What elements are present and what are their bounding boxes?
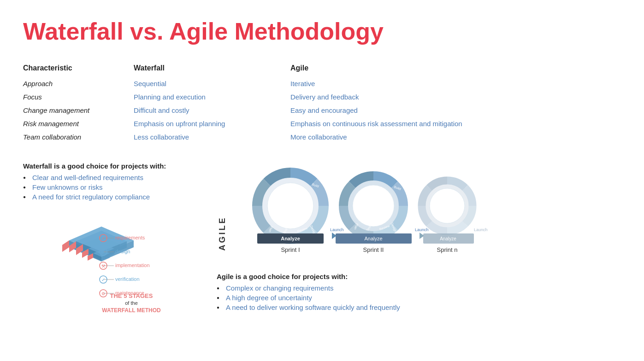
table-cell-waterfall: Less collaborative (134, 130, 290, 144)
svg-point-49 (353, 185, 394, 227)
svg-marker-3 (62, 240, 69, 252)
waterfall-bullet-item: Few unknowns or risks (23, 183, 198, 191)
table-cell-waterfall: Difficult and costly (134, 104, 290, 117)
svg-text:Analyze: Analyze (364, 236, 382, 241)
table-cell-characteristic: Change management (23, 104, 134, 117)
comparison-table: Characteristic Waterfall Agile ApproachS… (23, 61, 621, 144)
agile-svg: AGILE (217, 162, 502, 263)
svg-marker-63 (411, 233, 424, 239)
svg-point-57 (430, 188, 465, 223)
table-cell-agile: More collaborative (290, 130, 621, 144)
waterfall-bullet-item: Clear and well-defined requirements (23, 174, 198, 181)
agile-good-choice-title: Agile is a good choice for projects with… (217, 273, 621, 280)
table-cell-agile: Easy and encouraged (290, 104, 621, 117)
col-header-characteristic: Characteristic (23, 61, 134, 77)
table-cell-characteristic: Focus (23, 90, 134, 104)
page-title: Waterfall vs. Agile Methodology (23, 18, 621, 45)
step-label-verification: verification (115, 276, 140, 282)
table-cell-waterfall: Planning and execution (134, 90, 290, 104)
svg-text:Sprint II: Sprint II (363, 246, 384, 253)
col-header-waterfall: Waterfall (134, 61, 290, 77)
agile-panel: AGILE (217, 162, 621, 319)
table-cell-agile: Emphasis on continuous risk assessment a… (290, 117, 621, 130)
waterfall-diagram: requirements design implementation verif… (23, 208, 198, 319)
table-cell-waterfall: Sequential (134, 77, 290, 90)
table-cell-agile: Iterative (290, 77, 621, 90)
waterfall-panel: Waterfall is a good choice for projects … (23, 162, 198, 319)
step-label-design: design (115, 249, 130, 254)
agile-bullet-item: Complex or changing requirements (217, 284, 621, 292)
waterfall-bullet-item: A need for strict regulatory compliance (23, 193, 198, 201)
svg-text:of the: of the (125, 300, 138, 306)
svg-point-41 (267, 183, 313, 229)
svg-text:Sprint I: Sprint I (281, 246, 300, 253)
step-label-requirements: requirements (115, 235, 145, 240)
svg-text:THE 5 STAGES: THE 5 STAGES (110, 292, 153, 299)
svg-text:Launch: Launch (330, 227, 344, 232)
staircase-svg: requirements design implementation verif… (23, 208, 198, 319)
bottom-section: Waterfall is a good choice for projects … (23, 162, 621, 319)
svg-text:Sprint n: Sprint n (437, 246, 458, 253)
table-cell-characteristic: Approach (23, 77, 134, 90)
agile-diagram: AGILE (217, 162, 621, 263)
svg-text:⚙: ⚙ (101, 291, 105, 296)
svg-text:✓: ✓ (101, 236, 105, 241)
table-cell-characteristic: Team collaboration (23, 130, 134, 144)
svg-text:⚙: ⚙ (101, 250, 104, 255)
agile-good-choice: Agile is a good choice for projects with… (217, 273, 621, 311)
table-cell-waterfall: Emphasis on upfront planning (134, 117, 290, 130)
table-cell-agile: Delivery and feedback (290, 90, 621, 104)
step-label-implementation: implementation (115, 262, 150, 268)
svg-text:Analyze: Analyze (281, 236, 300, 241)
agile-bullet-item: A need to deliver working software quick… (217, 303, 621, 311)
waterfall-bullets: Clear and well-defined requirementsFew u… (23, 174, 198, 201)
svg-text:Analyze: Analyze (440, 236, 456, 241)
svg-text:AGILE: AGILE (218, 216, 227, 251)
svg-text:WATERFALL METHOD: WATERFALL METHOD (102, 307, 161, 314)
col-header-agile: Agile (290, 61, 621, 77)
agile-bullets: Complex or changing requirementsA high d… (217, 284, 621, 311)
svg-text:Launch: Launch (415, 227, 429, 232)
svg-marker-60 (324, 233, 337, 239)
table-cell-characteristic: Risk management (23, 117, 134, 130)
agile-bullet-item: A high degree of uncertainty (217, 294, 621, 302)
svg-text:✓: ✓ (101, 277, 105, 282)
svg-text:Launch: Launch (474, 227, 488, 232)
waterfall-good-choice-title: Waterfall is a good choice for projects … (23, 162, 198, 170)
svg-text:⚒: ⚒ (101, 264, 105, 268)
